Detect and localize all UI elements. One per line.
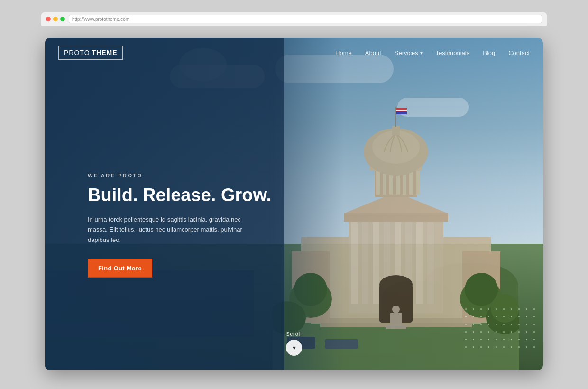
nav-link-testimonials[interactable]: Testimonials <box>436 49 470 56</box>
minimize-button[interactable] <box>53 17 58 21</box>
nav-item-about[interactable]: About <box>365 48 381 57</box>
dot <box>473 308 474 310</box>
browser-frame: PROTO THEME Home About Services ▾ <box>45 38 543 370</box>
dot <box>526 331 527 333</box>
dot <box>488 346 489 348</box>
dot <box>465 346 467 348</box>
hero-section: PROTO THEME Home About Services ▾ <box>45 38 543 370</box>
dot <box>511 308 512 310</box>
dot <box>503 331 505 333</box>
dot <box>473 331 474 333</box>
dot <box>488 339 489 340</box>
nav-link-blog[interactable]: Blog <box>483 49 495 56</box>
nav-item-contact[interactable]: Contact <box>508 48 530 57</box>
dot <box>503 339 505 340</box>
scroll-indicator: Scroll ▾ <box>286 331 302 356</box>
dot <box>526 339 527 340</box>
dot <box>503 324 505 325</box>
dot <box>496 346 497 348</box>
dot <box>465 324 467 325</box>
logo[interactable]: PROTO THEME <box>58 46 123 60</box>
dot <box>473 324 474 325</box>
dot <box>496 331 497 333</box>
nav-item-testimonials[interactable]: Testimonials <box>436 48 470 57</box>
dot <box>473 339 474 340</box>
dot <box>473 316 474 317</box>
dot <box>503 316 505 317</box>
dot <box>496 339 497 340</box>
dot <box>518 331 520 333</box>
dot <box>511 331 512 333</box>
dot <box>465 331 467 333</box>
dot <box>511 324 512 325</box>
dot <box>526 324 527 325</box>
dot <box>526 308 527 310</box>
hero-description: In urna torek pellentesque id sagittis l… <box>88 214 249 244</box>
dot <box>518 308 520 310</box>
dot <box>480 339 482 340</box>
nav-link-about[interactable]: About <box>365 49 381 56</box>
dot <box>465 308 467 310</box>
dot <box>496 308 497 310</box>
dot <box>488 324 489 325</box>
navbar: PROTO THEME Home About Services ▾ <box>45 38 543 67</box>
dot <box>488 331 489 333</box>
dot <box>533 308 535 310</box>
dot <box>503 308 505 310</box>
maximize-button[interactable] <box>60 17 65 21</box>
dot <box>473 346 474 348</box>
dot <box>511 339 512 340</box>
dot <box>496 316 497 317</box>
nav-link-services[interactable]: Services <box>395 49 418 56</box>
nav-item-home[interactable]: Home <box>335 48 352 57</box>
hero-content: WE ARE PROTO Build. Release. Grow. In ur… <box>88 173 271 278</box>
dot <box>465 316 467 317</box>
dot <box>526 346 527 348</box>
address-bar: http://www.prototheme.com <box>41 12 547 26</box>
services-dropdown-arrow: ▾ <box>420 50 423 56</box>
dot <box>480 331 482 333</box>
dot <box>480 346 482 348</box>
dot <box>511 346 512 348</box>
scroll-down-arrow: ▾ <box>293 344 296 351</box>
dot <box>533 316 535 317</box>
dot <box>480 308 482 310</box>
nav-link-home[interactable]: Home <box>335 49 352 56</box>
dot <box>503 346 505 348</box>
dot <box>533 331 535 333</box>
dot <box>533 346 535 348</box>
dot-pattern-decoration: // Generate dots inline via DOM const do… <box>465 308 538 351</box>
dot <box>480 316 482 317</box>
traffic-lights <box>46 17 65 21</box>
dot <box>518 316 520 317</box>
close-button[interactable] <box>46 17 51 21</box>
dot <box>465 339 467 340</box>
hero-title: Build. Release. Grow. <box>88 185 271 206</box>
nav-link-contact[interactable]: Contact <box>508 49 530 56</box>
dot <box>533 324 535 325</box>
dot <box>518 324 520 325</box>
dot <box>526 316 527 317</box>
dot <box>511 316 512 317</box>
url-bar[interactable]: http://www.prototheme.com <box>69 15 542 23</box>
dot <box>480 324 482 325</box>
nav-item-blog[interactable]: Blog <box>483 48 495 57</box>
hero-eyebrow: WE ARE PROTO <box>88 173 271 178</box>
logo-theme: THEME <box>92 49 118 56</box>
dot <box>518 339 520 340</box>
nav-item-services[interactable]: Services ▾ <box>395 49 423 56</box>
dot <box>496 324 497 325</box>
dot <box>533 339 535 340</box>
dot <box>488 316 489 317</box>
logo-proto: PROTO <box>64 49 90 56</box>
dot <box>518 346 520 348</box>
nav-menu: Home About Services ▾ Testimonials <box>335 48 530 57</box>
scroll-label: Scroll <box>286 331 302 337</box>
scroll-circle-button[interactable]: ▾ <box>286 340 302 356</box>
cta-button[interactable]: Find Out More <box>88 259 152 278</box>
dot <box>488 308 489 310</box>
